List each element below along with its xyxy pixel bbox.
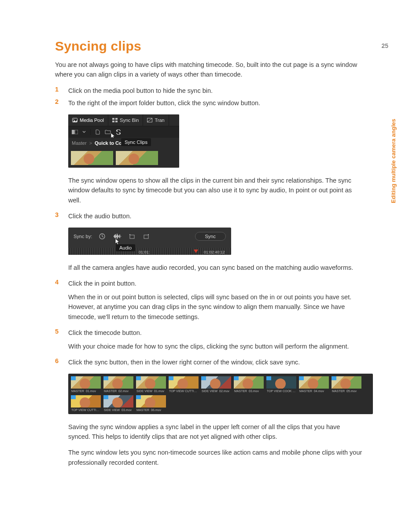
- step-body: With your choice made for how to sync th…: [68, 342, 363, 351]
- media-pool-panel: Media Pool Sync Bin: [68, 114, 179, 168]
- tooltip-audio: Audio: [116, 244, 135, 251]
- closing-paragraph: Saving the sync window applies a sync la…: [68, 422, 363, 442]
- import-file-button[interactable]: [95, 129, 100, 135]
- clip-caption: MASTER_04.mov: [299, 389, 329, 393]
- sync-by-panel: Sync by:: [68, 228, 231, 255]
- clip-thumbnail[interactable]: MASTER_01.mov: [71, 376, 101, 393]
- tab-sync-bin[interactable]: Sync Bin: [108, 114, 143, 126]
- divider: [90, 129, 91, 135]
- clip-image: [332, 376, 361, 389]
- clip-thumbnail[interactable]: TOP VIEW COOK T...: [266, 376, 296, 393]
- step-text: Click the audio button.: [68, 213, 131, 220]
- sync-badge-icon: [71, 376, 76, 380]
- clip-caption: SIDE VIEW_01.mov: [136, 389, 166, 393]
- breadcrumb-separator: >: [89, 140, 92, 146]
- step-text: Click the timecode button.: [68, 329, 142, 336]
- step-text: To the right of the import folder button…: [68, 99, 260, 107]
- tab-label: Tran: [155, 118, 164, 123]
- step-2: 2 To the right of the import folder butt…: [55, 98, 363, 205]
- clip-thumbnail[interactable]: MASTER_03.mov: [234, 376, 264, 393]
- step-body: The sync window opens to show all the cl…: [68, 176, 363, 205]
- step-4: 4 Click the in point button. When the in…: [55, 279, 363, 322]
- clip-thumbnail[interactable]: MASTER_06.mov: [136, 395, 166, 411]
- clip-caption: SIDE VIEW_02.mov: [201, 389, 231, 393]
- playhead-marker-icon[interactable]: [194, 250, 198, 253]
- timeline-ruler[interactable]: 01:01: 01:02:40:12: [68, 248, 231, 255]
- clip-thumbnail[interactable]: SIDE VIEW_02.mov: [201, 376, 231, 393]
- out-point-icon[interactable]: [143, 233, 149, 239]
- sync-clips-button[interactable]: [115, 129, 122, 135]
- clip-image: [299, 376, 329, 389]
- step-3: 3 Click the audio button. Sync by:: [55, 211, 363, 272]
- clip-thumbnail[interactable]: TOP VIEW CUTTIN...: [71, 395, 101, 411]
- clip-image: [71, 376, 101, 389]
- clip-thumbnail[interactable]: SIDE VIEW_01.mov: [136, 376, 166, 393]
- clip-thumbnail[interactable]: [116, 151, 158, 165]
- side-section-label: Editing multiple camera angles: [390, 119, 397, 203]
- timecode-icon[interactable]: [99, 233, 105, 239]
- tab-transitions[interactable]: Tran: [143, 114, 169, 126]
- transitions-icon: [147, 118, 152, 122]
- closing-paragraph: The sync window lets you sync non-timeco…: [68, 448, 363, 467]
- in-point-icon[interactable]: [129, 233, 135, 239]
- svg-rect-5: [115, 121, 118, 122]
- toolbar: [68, 126, 179, 138]
- sync-badge-icon: [71, 395, 76, 399]
- sync-badge-icon: [136, 395, 141, 399]
- sync-badge-icon: [201, 376, 206, 380]
- clip-thumbnail[interactable]: MASTER_05.mov: [332, 376, 361, 393]
- view-mode-button[interactable]: [72, 130, 78, 134]
- step-number: 1: [55, 86, 59, 93]
- svg-rect-10: [130, 235, 134, 239]
- clip-caption: MASTER_05.mov: [332, 389, 361, 393]
- svg-point-1: [74, 119, 74, 120]
- step-number: 4: [55, 279, 59, 286]
- clip-caption: SIDE VIEW_03.mov: [103, 408, 133, 411]
- grid-icon: [112, 118, 118, 122]
- clip-thumbnail[interactable]: MASTER_02.mov: [103, 376, 133, 393]
- sync-badge-icon: [332, 376, 336, 380]
- clip-thumbnail[interactable]: SIDE VIEW_03.mov: [103, 395, 133, 411]
- tab-media-pool[interactable]: Media Pool: [68, 114, 108, 126]
- step-number: 3: [55, 211, 59, 218]
- sync-badge-icon: [234, 376, 239, 380]
- sync-by-label: Sync by:: [74, 234, 92, 239]
- clip-caption: MASTER_03.mov: [234, 389, 264, 393]
- clip-image: [266, 376, 296, 389]
- page-number: 25: [381, 42, 388, 49]
- section-title: Syncing clips: [55, 39, 363, 54]
- chevron-down-icon[interactable]: [82, 130, 86, 134]
- clip-image: [103, 395, 133, 408]
- sync-badge-icon: [103, 376, 108, 380]
- svg-rect-8: [75, 130, 78, 134]
- svg-rect-4: [112, 121, 114, 122]
- clip-thumbnail[interactable]: [71, 151, 113, 165]
- clip-caption: TOP VIEW CUTTIN...: [169, 389, 199, 393]
- sync-badge-icon: [136, 376, 141, 380]
- page: 25 Editing multiple camera angles Syncin…: [0, 0, 420, 518]
- import-folder-button[interactable]: [105, 129, 111, 134]
- breadcrumb-root[interactable]: Master: [72, 140, 87, 146]
- clip-thumbnail[interactable]: TOP VIEW CUTTIN...: [169, 376, 199, 393]
- clip-caption: MASTER_01.mov: [71, 389, 101, 393]
- svg-rect-7: [72, 130, 74, 134]
- step-1: 1 Click on the media pool button to hide…: [55, 86, 363, 96]
- sync-badge-icon: [169, 376, 173, 380]
- step-number: 5: [55, 328, 59, 335]
- timecode-label: 01:01:: [139, 250, 150, 254]
- clip-caption: TOP VIEW COOK T...: [266, 389, 296, 393]
- clip-thumbnail[interactable]: MASTER_04.mov: [299, 376, 329, 393]
- sync-badge-icon: [103, 395, 108, 399]
- clip-caption: MASTER_02.mov: [103, 389, 133, 393]
- sync-button[interactable]: Sync: [195, 232, 226, 241]
- clip-image: [103, 376, 133, 389]
- svg-rect-11: [144, 235, 148, 239]
- svg-rect-2: [112, 118, 114, 120]
- figure-media-pool: Media Pool Sync Bin: [68, 114, 363, 168]
- clip-image: [136, 376, 166, 389]
- step-5: 5 Click the timecode button. With your c…: [55, 328, 363, 351]
- tab-bar: Media Pool Sync Bin: [68, 114, 179, 126]
- tab-label: Media Pool: [80, 118, 104, 123]
- step-text: Click the sync button, then in the lower…: [68, 359, 300, 366]
- content-column: Syncing clips You are not always going t…: [55, 39, 363, 467]
